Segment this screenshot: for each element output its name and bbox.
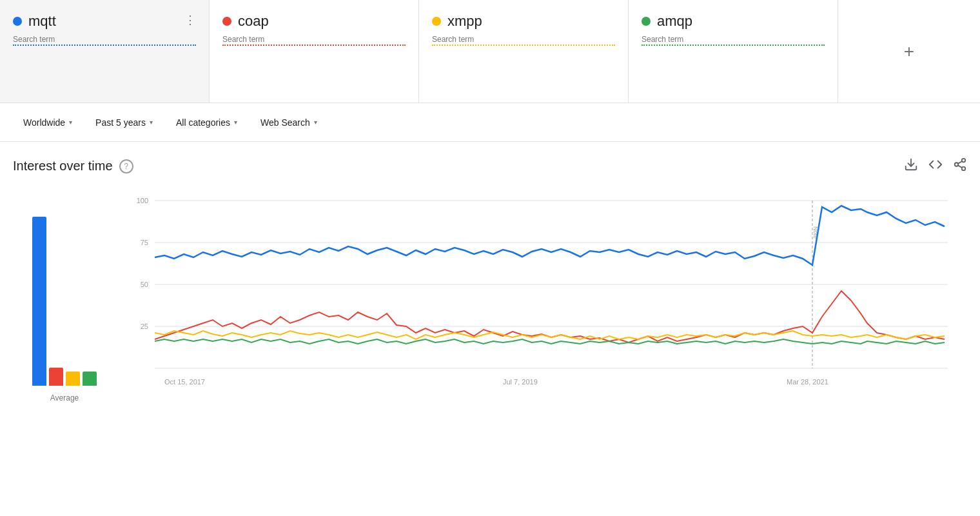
term-label-mqtt: Search term (13, 35, 196, 46)
term-name-mqtt: mqtt (28, 13, 56, 30)
x-label-2021: Mar 28, 2021 (787, 378, 828, 386)
search-term-header-coap: coap (222, 13, 406, 30)
amqp-line (155, 339, 945, 344)
bar-xmpp (66, 372, 80, 386)
embed-icon[interactable] (928, 157, 943, 175)
share-icon[interactable] (953, 157, 967, 175)
download-icon[interactable] (904, 157, 918, 175)
average-bars (32, 208, 97, 388)
bar-coap (49, 368, 63, 386)
line-chart: 100 75 50 25 Note Oct 15, 2017 Jul 7, 20… (116, 188, 967, 402)
average-bar-chart: Average (13, 208, 116, 402)
search-term-mqtt[interactable]: mqtt Search term ⋮ (0, 0, 210, 103)
chart-container: Average 100 75 50 25 Note (13, 188, 967, 422)
add-term-button[interactable]: + (838, 0, 980, 103)
term-dot-xmpp (432, 17, 441, 26)
svg-line-4 (958, 165, 962, 168)
xmpp-line (155, 331, 945, 339)
y-label-100: 100 (137, 197, 148, 204)
filter-region[interactable]: Worldwide ▾ (13, 112, 83, 133)
filter-category-label: All categories (176, 117, 230, 128)
filter-time-label: Past 5 years (95, 117, 146, 128)
filter-category[interactable]: All categories ▾ (166, 112, 248, 133)
term-name-coap: coap (238, 13, 269, 30)
chevron-down-icon-time: ▾ (150, 119, 153, 126)
y-label-50: 50 (141, 281, 148, 288)
filter-time[interactable]: Past 5 years ▾ (85, 112, 163, 133)
x-label-2019: Jul 7, 2019 (503, 378, 538, 386)
y-label-25: 25 (141, 322, 148, 330)
search-term-header-mqtt: mqtt (13, 13, 196, 30)
search-term-xmpp[interactable]: xmpp Search term (419, 0, 629, 103)
section-title: Interest over time (13, 159, 113, 174)
term-label-amqp: Search term (642, 35, 825, 46)
bar-chart-label: Average (50, 393, 79, 402)
search-terms-bar: mqtt Search term ⋮ coap Search term xmpp… (0, 0, 980, 103)
search-term-amqp[interactable]: amqp Search term (629, 0, 838, 103)
search-term-header-amqp: amqp (642, 13, 825, 30)
search-term-header-xmpp: xmpp (432, 13, 615, 30)
term-label-xmpp: Search term (432, 35, 615, 46)
interest-over-time-section: Interest over time ? (0, 142, 980, 422)
bar-mqtt (32, 217, 46, 386)
term-label-coap: Search term (222, 35, 406, 46)
chevron-down-icon-type: ▾ (314, 119, 317, 126)
mqtt-line (155, 206, 945, 265)
help-icon[interactable]: ? (119, 159, 133, 174)
term-name-xmpp: xmpp (447, 13, 482, 30)
filter-type-label: Web Search (260, 117, 310, 128)
section-title-group: Interest over time ? (13, 159, 133, 174)
term-dot-amqp (642, 17, 651, 26)
filter-region-label: Worldwide (23, 117, 65, 128)
section-header: Interest over time ? (13, 157, 967, 175)
y-label-75: 75 (141, 239, 148, 246)
x-label-2017: Oct 15, 2017 (164, 378, 205, 386)
term-menu-button-mqtt[interactable]: ⋮ (182, 10, 199, 30)
search-term-coap[interactable]: coap Search term (210, 0, 419, 103)
filter-type[interactable]: Web Search ▾ (250, 112, 328, 133)
term-dot-mqtt (13, 17, 22, 26)
section-actions (904, 157, 967, 175)
line-chart-svg: 100 75 50 25 Note Oct 15, 2017 Jul 7, 20… (116, 188, 967, 401)
add-term-icon: + (904, 41, 914, 62)
bar-amqp (83, 372, 97, 386)
chevron-down-icon-region: ▾ (69, 119, 72, 126)
svg-line-5 (958, 161, 962, 164)
term-name-amqp: amqp (657, 13, 692, 30)
chevron-down-icon-category: ▾ (234, 119, 237, 126)
filter-bar: Worldwide ▾ Past 5 years ▾ All categorie… (0, 103, 980, 142)
term-dot-coap (222, 17, 231, 26)
